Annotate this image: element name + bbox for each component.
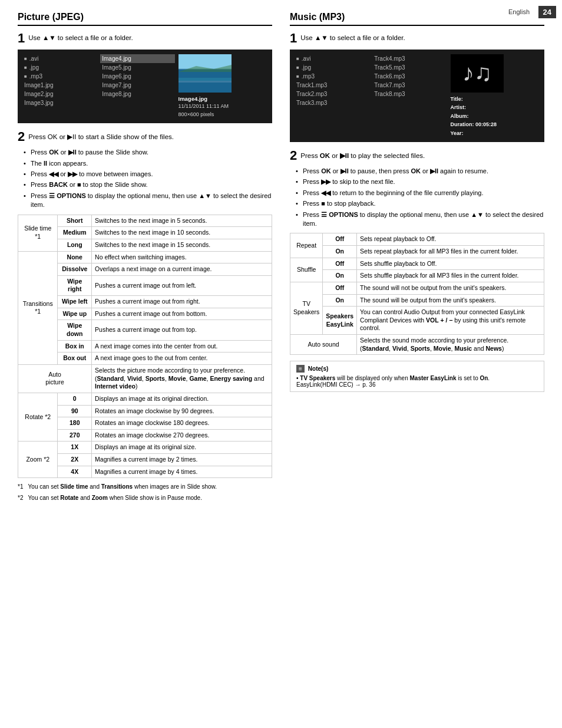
music-bullets: Press OK or ▶II to pause, then press OK … <box>290 167 544 228</box>
option-repeat-on: On <box>323 245 357 258</box>
file-item[interactable]: Image7.jpg <box>100 81 174 90</box>
file-item[interactable]: Track8.mp3 <box>372 90 447 98</box>
option-medium-desc: Switches to the next image in 10 seconds… <box>92 227 272 239</box>
shuffle-header: Shuffle <box>290 258 323 282</box>
music-step2: 2 Press OK or ▶II to play the selected f… <box>290 149 544 162</box>
option-speakers-on-desc: The sound will be output from the unit's… <box>357 294 544 307</box>
file-item[interactable]: Image5.jpg <box>100 63 174 72</box>
footnote-1: *1 You can set Slide time and Transition… <box>18 483 272 491</box>
meta-title: Title: <box>451 95 540 103</box>
note-icon: ≡ <box>296 365 305 373</box>
meta-duration: Duration: 00:05:28 <box>451 120 540 129</box>
bullet-item: Press OK or ▶II to pause, then press OK … <box>296 167 544 176</box>
svg-rect-4 <box>178 81 232 83</box>
option-box-out-desc: A next image goes to the out from center… <box>92 353 272 365</box>
file-item[interactable]: Image3.jpg <box>22 98 97 107</box>
option-rotate-180-desc: Rotates an image clockwise 180 degrees. <box>92 417 272 430</box>
table-row: Slide time *1 Short Switches to the next… <box>18 215 272 227</box>
picture-file-col2: Image4.jpg Image5.jpg Image6.jpg Image7.… <box>100 54 174 118</box>
option-speakers-on: On <box>323 294 357 307</box>
bullet-item: Press ◀◀ or ▶▶ to move between images. <box>24 170 272 179</box>
picture-bullets: Press OK or ▶II to pause the Slide show.… <box>18 148 272 209</box>
file-item[interactable]: Image8.jpg <box>100 90 174 98</box>
file-item[interactable]: Track4.mp3 <box>372 54 447 63</box>
option-speakers-off-desc: The sound will not be output from the un… <box>357 282 544 294</box>
file-item-selected[interactable]: Image4.jpg <box>100 54 174 63</box>
option-short: Short <box>58 215 92 227</box>
file-item[interactable]: ■.jpg <box>295 63 369 72</box>
file-item[interactable]: Track6.mp3 <box>372 72 447 81</box>
option-rotate-90: 90 <box>58 405 92 417</box>
option-zoom-2x-desc: Magnifies a current image by 2 times. <box>92 454 272 466</box>
picture-section: Picture (JPEG) 1 Use ▲▼ to select a file… <box>18 12 272 505</box>
option-shuffle-on-desc: Sets shuffle playback for all MP3 files … <box>357 270 544 282</box>
slide-time-header: Slide time *1 <box>18 215 58 251</box>
option-repeat-off: Off <box>323 233 357 246</box>
option-rotate-90-desc: Rotates an image clockwise by 90 degrees… <box>92 405 272 417</box>
table-row: SpeakersEasyLink You can control Audio O… <box>290 307 544 335</box>
file-item[interactable]: Image2.jpg <box>22 90 97 98</box>
bullet-item: Press OK or ▶II to pause the Slide show. <box>24 148 272 157</box>
picture-step2: 2 Press OK or ▶II to start a Slide show … <box>18 130 272 143</box>
table-row: Shuffle Off Sets shuffle playback to Off… <box>290 258 544 270</box>
table-row: Rotate *2 0 Displays an image at its ori… <box>18 393 272 405</box>
file-item[interactable]: ■.jpg <box>22 63 97 72</box>
table-row: Repeat Off Sets repeat playback to Off. <box>290 233 544 246</box>
option-box-in-desc: A next image comes into the center from … <box>92 340 272 353</box>
bullet-item: Press ☰ OPTIONS to display the optional … <box>24 192 272 210</box>
picture-title: Picture (JPEG) <box>18 12 272 26</box>
file-item[interactable]: ■.avi <box>295 54 369 63</box>
file-item[interactable]: Image6.jpg <box>100 72 174 81</box>
option-zoom-1x: 1X <box>58 442 92 454</box>
option-speakers-easylink-desc: You can control Audio Output from your c… <box>357 307 544 335</box>
picture-step2-number: 2 <box>18 130 25 143</box>
music-step2-number: 2 <box>290 149 297 162</box>
bullet-item: Press ■ to stop playback. <box>296 199 544 208</box>
repeat-header: Repeat <box>290 233 323 258</box>
picture-step1-text: Use ▲▼ to select a file or a folder. <box>28 34 133 41</box>
file-item[interactable]: Track7.mp3 <box>372 81 447 90</box>
file-item[interactable]: ■.avi <box>22 54 97 63</box>
picture-thumbnail <box>178 54 232 93</box>
file-item[interactable]: Track3.mp3 <box>295 98 369 107</box>
file-item[interactable]: Track2.mp3 <box>295 90 369 98</box>
music-step1: 1 Use ▲▼ to select a file or a folder. <box>290 32 544 45</box>
thumbnail-filename: Image4.jpg <box>178 95 268 103</box>
file-item[interactable]: ■.mp3 <box>22 72 97 81</box>
option-shuffle-off-desc: Sets shuffle playback to Off. <box>357 258 544 270</box>
option-rotate-0-desc: Displays an image at its original direct… <box>92 393 272 405</box>
option-rotate-270: 270 <box>58 429 92 442</box>
table-row: Autopicture Selects the picture mode acc… <box>18 364 272 393</box>
note-header: ≡ Note(s) <box>296 365 538 373</box>
page-container: 24 English Picture (JPEG) 1 Use ▲▼ to se… <box>0 0 562 728</box>
transitions-header: Transitions *1 <box>18 251 58 364</box>
file-item[interactable]: Image1.jpg <box>22 81 97 90</box>
option-none-desc: No effect when switching images. <box>92 251 272 263</box>
bullet-item: Press ◀◀ to return to the beginning of t… <box>296 189 544 197</box>
thumbnail-size: 800×600 pixels <box>178 111 268 119</box>
svg-text:♪♫: ♪♫ <box>462 60 492 85</box>
table-row: Zoom *2 1X Displays an image at its orig… <box>18 442 272 454</box>
option-repeat-off-desc: Sets repeat playback to Off. <box>357 233 544 246</box>
picture-step1-number: 1 <box>18 32 25 45</box>
option-shuffle-on: On <box>323 270 357 282</box>
option-wipe-left: Wipe left <box>58 296 92 308</box>
option-wipe-up-desc: Pushes a current image out from bottom. <box>92 308 272 320</box>
file-item[interactable]: Track1.mp3 <box>295 81 369 90</box>
file-item[interactable]: ■.mp3 <box>295 72 369 81</box>
note-content: • TV Speakers will be displayed only whe… <box>296 375 538 388</box>
option-none: None <box>58 251 92 263</box>
meta-year: Year: <box>451 129 540 137</box>
option-wipe-down: Wipedown <box>58 320 92 340</box>
music-title: Music (MP3) <box>290 12 544 26</box>
file-item[interactable]: Track5.mp3 <box>372 63 447 72</box>
svg-rect-3 <box>178 78 232 81</box>
music-step2-text: Press OK or ▶II to play the selected fil… <box>300 151 425 160</box>
page-number: 24 <box>538 6 556 18</box>
page-language: English <box>508 8 530 15</box>
option-rotate-0: 0 <box>58 393 92 405</box>
option-zoom-2x: 2X <box>58 454 92 466</box>
picture-step1: 1 Use ▲▼ to select a file or a folder. <box>18 32 272 45</box>
music-step1-text: Use ▲▼ to select a file or a folder. <box>300 34 405 41</box>
music-thumbnail: ♪♫ <box>451 54 504 93</box>
